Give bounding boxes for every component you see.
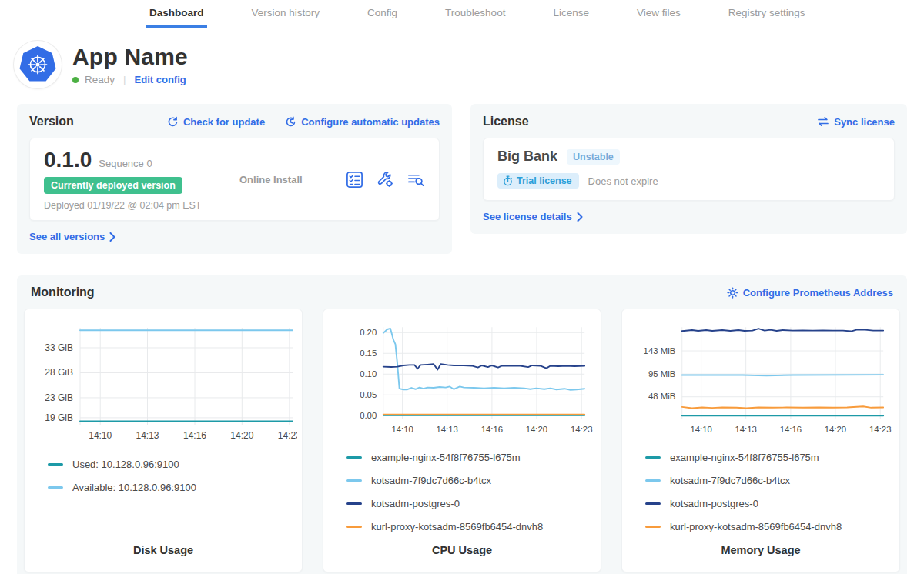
gear-icon	[727, 287, 738, 299]
deploy-logs-icon[interactable]	[407, 171, 425, 189]
legend-swatch	[645, 502, 661, 505]
tab-troubleshoot[interactable]: Troubleshoot	[442, 0, 508, 28]
config-wrench-icon[interactable]	[376, 170, 394, 189]
svg-text:14:13: 14:13	[136, 430, 159, 441]
svg-text:95 MiB: 95 MiB	[648, 369, 675, 379]
see-license-details-label: See license details	[483, 211, 572, 222]
customer-name: Big Bank	[497, 149, 557, 165]
top-navigation: DashboardVersion historyConfigTroublesho…	[0, 0, 924, 28]
page-title: App Name	[72, 44, 188, 70]
svg-text:14:20: 14:20	[230, 430, 253, 441]
legend-item: kotsadm-7f9dc7d66c-b4tcx	[645, 475, 882, 486]
deployed-timestamp: Deployed 01/19/22 @ 02:04 pm EST	[44, 200, 236, 211]
tab-registry-settings[interactable]: Registry settings	[725, 0, 808, 28]
legend-item: example-nginx-54f8f76755-l675m	[645, 452, 882, 463]
svg-text:28 GiB: 28 GiB	[45, 367, 73, 378]
legend-label: kurl-proxy-kotsadm-8569fb6454-dnvh8	[371, 521, 543, 532]
sequence-label: Sequence 0	[99, 158, 152, 169]
version-panel: Version Check for update Configure au	[17, 104, 452, 254]
legend-label: kotsadm-postgres-0	[670, 498, 758, 509]
check-for-update-button[interactable]: Check for update	[167, 116, 265, 128]
install-type-label: Online Install	[236, 174, 346, 185]
legend-label: example-nginx-54f8f76755-l675m	[371, 452, 521, 463]
tab-config[interactable]: Config	[364, 0, 400, 28]
chevron-right-icon	[109, 232, 116, 242]
svg-text:14:10: 14:10	[89, 430, 112, 441]
chart-title: CPU Usage	[330, 544, 594, 572]
svg-text:0.00: 0.00	[360, 411, 377, 420]
preflight-checks-icon[interactable]	[346, 171, 363, 189]
disk-usage-legend: Used: 10.128.0.96:9100Available: 10.128.…	[31, 448, 296, 544]
svg-text:0.20: 0.20	[360, 328, 377, 337]
memory-usage-legend: example-nginx-54f8f76755-l675mkotsadm-7f…	[628, 441, 893, 544]
svg-text:0.15: 0.15	[360, 349, 377, 358]
svg-text:14:20: 14:20	[825, 425, 846, 434]
legend-item: kotsadm-postgres-0	[346, 498, 584, 509]
svg-text:14:10: 14:10	[391, 425, 413, 434]
license-panel: License Sync license Big Bank Unstable	[470, 104, 907, 234]
svg-text:48 MiB: 48 MiB	[648, 392, 675, 401]
refresh-icon	[167, 116, 179, 128]
legend-label: Used: 10.128.0.96:9100	[72, 459, 179, 470]
legend-swatch	[346, 456, 362, 459]
legend-swatch	[48, 486, 63, 489]
svg-text:14:16: 14:16	[183, 430, 206, 441]
sync-icon	[817, 116, 829, 127]
license-detail-card: Big Bank Unstable Trial license Does not…	[483, 138, 895, 201]
trial-license-label: Trial license	[517, 175, 572, 186]
see-all-versions-link[interactable]: See all versions	[29, 231, 116, 242]
tab-view-files[interactable]: View files	[634, 0, 684, 28]
legend-label: kotsadm-7f9dc7d66c-b4tcx	[371, 475, 491, 486]
svg-text:143 MiB: 143 MiB	[644, 346, 676, 355]
legend-swatch	[346, 502, 362, 505]
cpu-usage-legend: example-nginx-54f8f76755-l675mkotsadm-7f…	[330, 441, 594, 544]
scheduled-update-icon	[285, 116, 296, 128]
trial-license-badge: Trial license	[497, 173, 579, 189]
sync-license-label: Sync license	[834, 116, 895, 128]
legend-swatch	[645, 456, 661, 459]
monitoring-panel: Monitoring Configure Prometheus Address …	[17, 275, 907, 574]
tab-dashboard[interactable]: Dashboard	[146, 0, 207, 28]
configure-prometheus-button[interactable]: Configure Prometheus Address	[727, 287, 893, 299]
legend-swatch	[346, 479, 362, 482]
legend-label: kurl-proxy-kotsadm-8569fb6454-dnvh8	[670, 521, 842, 532]
legend-item: kurl-proxy-kotsadm-8569fb6454-dnvh8	[645, 521, 882, 532]
divider: |	[121, 74, 129, 85]
legend-label: Available: 10.128.0.96:9100	[72, 482, 196, 493]
sync-license-button[interactable]: Sync license	[817, 116, 895, 128]
app-header: App Name Ready | Edit config	[0, 28, 924, 88]
svg-text:14:16: 14:16	[481, 425, 503, 434]
configure-prometheus-label: Configure Prometheus Address	[743, 287, 893, 299]
kubernetes-icon	[19, 46, 56, 83]
legend-swatch	[645, 479, 661, 482]
legend-label: example-nginx-54f8f76755-l675m	[670, 452, 819, 463]
stopwatch-icon	[503, 175, 513, 186]
svg-text:14:23: 14:23	[278, 430, 297, 441]
expiry-label: Does not expire	[588, 175, 658, 187]
tab-version-history[interactable]: Version history	[249, 0, 323, 28]
svg-text:14:23: 14:23	[571, 425, 592, 434]
disk-usage-card: 14:1014:1314:1614:2014:2319 GiB23 GiB28 …	[24, 309, 303, 572]
legend-item: kotsadm-7f9dc7d66c-b4tcx	[346, 475, 584, 486]
svg-text:14:20: 14:20	[526, 425, 547, 434]
monitoring-title: Monitoring	[31, 285, 95, 299]
legend-label: kotsadm-7f9dc7d66c-b4tcx	[670, 475, 790, 486]
see-license-details-link[interactable]: See license details	[483, 211, 583, 222]
configure-automatic-updates-label: Configure automatic updates	[301, 116, 440, 128]
tab-license[interactable]: License	[550, 0, 592, 28]
legend-item: example-nginx-54f8f76755-l675m	[346, 452, 584, 463]
svg-text:14:16: 14:16	[780, 425, 802, 434]
svg-text:14:10: 14:10	[690, 425, 711, 434]
version-title: Version	[29, 115, 74, 128]
app-status: Ready	[85, 74, 115, 85]
deployed-badge: Currently deployed version	[44, 177, 182, 194]
license-title: License	[483, 115, 529, 128]
configure-automatic-updates-button[interactable]: Configure automatic updates	[285, 116, 440, 128]
svg-text:14:23: 14:23	[869, 425, 891, 434]
edit-config-link[interactable]: Edit config	[135, 74, 186, 85]
legend-swatch	[48, 463, 63, 466]
cpu-usage-plot: 14:1014:1314:1614:2014:230.000.050.100.1…	[330, 317, 596, 441]
chart-title: Memory Usage	[628, 544, 893, 572]
check-for-update-label: Check for update	[183, 116, 265, 128]
legend-swatch	[645, 526, 661, 528]
